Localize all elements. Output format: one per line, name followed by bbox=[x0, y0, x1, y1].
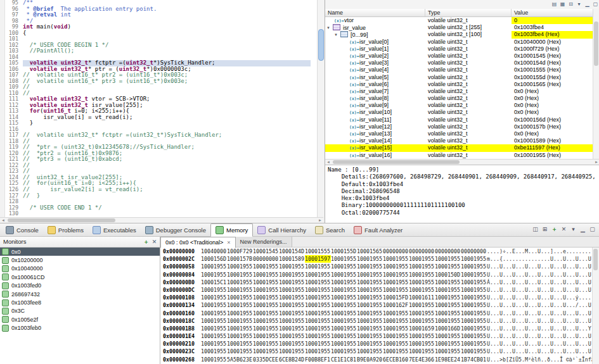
memory-cell[interactable]: 10001955 bbox=[357, 340, 383, 348]
memory-cell[interactable]: 10001955 bbox=[331, 301, 357, 309]
memory-cell[interactable]: 10001955 bbox=[201, 294, 227, 301]
monitor-item[interactable]: 0x10200000 bbox=[0, 256, 160, 264]
variable-row[interactable]: (x)=isr_value[3]volatile uint32_t0x10001… bbox=[325, 60, 593, 66]
tab-debugger-console[interactable]: Debugger Console bbox=[141, 223, 210, 237]
memory-cell[interactable]: 10001955 bbox=[383, 325, 409, 332]
memory-cell[interactable]: 10001955 bbox=[461, 332, 487, 340]
memory-cell[interactable]: 10001955 bbox=[435, 279, 461, 286]
memory-cell[interactable]: 10001955 bbox=[383, 348, 409, 355]
monitor-item[interactable]: 0x10040000 bbox=[0, 265, 160, 273]
memory-cell[interactable]: 10001955 bbox=[409, 310, 435, 317]
memory-cell[interactable]: 10001955 bbox=[253, 301, 279, 309]
maximize-icon[interactable]: ▢ bbox=[591, 1, 599, 7]
memory-cell[interactable]: 10001955 bbox=[201, 310, 227, 317]
memory-cell[interactable]: 10001955 bbox=[383, 340, 409, 348]
code-line[interactable]: /* USER CODE END 1 */ bbox=[23, 205, 311, 211]
memory-cell[interactable]: 10001955 bbox=[305, 286, 331, 294]
memory-cell[interactable]: 10001955 bbox=[383, 286, 409, 294]
memory-cell[interactable]: 10001955 bbox=[227, 348, 253, 355]
memory-cell[interactable]: 10001955 bbox=[383, 332, 409, 340]
memory-cell[interactable]: 10001955 bbox=[253, 271, 279, 279]
memory-cell[interactable]: 100015FD bbox=[383, 294, 409, 301]
layout-icon[interactable]: ⊞ bbox=[540, 226, 550, 232]
memory-cell[interactable]: 10001955 bbox=[279, 310, 305, 317]
memory-cell[interactable]: 10001955 bbox=[253, 294, 279, 301]
memory-cell[interactable]: 1B74CB01 bbox=[461, 356, 487, 363]
code-line[interactable]: // *ptr3 = (uint16_t)0xabcd; bbox=[23, 156, 311, 163]
remove-rendering-icon[interactable]: ✕ bbox=[559, 226, 569, 232]
variable-row[interactable]: (x)=isr_value[10]volatile uint32_t0x0 (H… bbox=[325, 109, 593, 116]
tree-expand-icon[interactable]: ▼ bbox=[334, 32, 340, 38]
memory-cell[interactable]: 10001955 bbox=[279, 340, 305, 348]
memory-cell[interactable]: 00000000 bbox=[253, 255, 279, 263]
memory-cell[interactable]: 10001955 bbox=[279, 332, 305, 340]
memory-vertical-scrollbar[interactable] bbox=[592, 248, 599, 364]
code-line[interactable]: // bbox=[23, 163, 311, 169]
memory-cell[interactable]: 10001955 bbox=[227, 271, 253, 279]
monitor-item[interactable]: 0x0 bbox=[0, 248, 160, 256]
code-line[interactable]: // volatile uint32_t* fctptr =(uint32_t*… bbox=[23, 132, 311, 139]
memory-cell[interactable]: 10001955 bbox=[331, 279, 357, 286]
memory-cell[interactable]: 6ECEB160 bbox=[383, 356, 409, 363]
memory-cell[interactable]: 10001955 bbox=[227, 279, 253, 286]
memory-cell[interactable]: 10001955 bbox=[305, 263, 331, 270]
variable-row[interactable]: (x)=isr_value[2]volatile uint32_t0x10001… bbox=[325, 53, 593, 60]
memory-cell[interactable]: 10001955 bbox=[383, 279, 409, 286]
variable-row[interactable]: (x)=isr_value[4]volatile uint32_t0x10001… bbox=[325, 66, 593, 73]
memory-cell[interactable]: 1000154D bbox=[279, 248, 305, 255]
variable-row[interactable]: (x)=isr_value[15]volatile uint32_t0xbe11… bbox=[325, 144, 593, 151]
memory-cell[interactable]: 10001955 bbox=[409, 271, 435, 279]
scrollbar-thumb[interactable] bbox=[318, 29, 324, 61]
tab-memory[interactable]: Memory bbox=[210, 223, 253, 237]
memory-cell[interactable]: 10001955 bbox=[253, 325, 279, 332]
variable-row[interactable]: (x)=isr_value[9]volatile uint32_t0x0 (He… bbox=[325, 102, 593, 109]
memory-cell[interactable]: 10001955 bbox=[435, 294, 461, 301]
memory-cell[interactable]: 10001955 bbox=[357, 271, 383, 279]
variable-row[interactable]: ▼[0...99]volatile uint32_t [100]0x1003fb… bbox=[325, 31, 593, 38]
variables-tree[interactable]: (x)=vtorvolatile uint32_t0▼isr_valuevola… bbox=[325, 17, 593, 159]
memory-cell[interactable]: 1000F729 bbox=[227, 248, 253, 255]
memory-cell[interactable]: 10001955 bbox=[253, 263, 279, 270]
memory-cell[interactable]: 10001955 bbox=[357, 317, 383, 325]
show-type-names-icon[interactable]: ▤ bbox=[550, 1, 558, 7]
memory-cell[interactable]: 10001955 bbox=[461, 317, 487, 325]
column-header-name[interactable]: Name bbox=[325, 9, 425, 16]
code-line[interactable]: // bbox=[23, 84, 311, 91]
variable-row[interactable]: (x)=isr_value[8]volatile uint32_t0x0 (He… bbox=[325, 95, 593, 102]
memory-cell[interactable]: 10001955 bbox=[409, 332, 435, 340]
tab-search[interactable]: Search bbox=[311, 223, 349, 237]
memory-cell[interactable]: 10001955 bbox=[409, 286, 435, 294]
scroll-left-icon[interactable]: ◄ bbox=[326, 160, 330, 165]
monitor-item[interactable]: 0x1005e2f bbox=[0, 315, 160, 323]
memory-cell[interactable]: 10001955 bbox=[331, 286, 357, 294]
memory-cell[interactable]: 10001955 bbox=[461, 348, 487, 355]
variable-row[interactable]: (x)=vtorvolatile uint32_t0 bbox=[325, 17, 593, 24]
view-menu-icon[interactable]: ▾ bbox=[575, 1, 583, 7]
memory-cell[interactable]: 10001955 bbox=[357, 286, 383, 294]
memory-cell[interactable]: 10001955 bbox=[305, 317, 331, 325]
variable-row[interactable]: ▼isr_valuevolatile uint32_t [255]0x1003f… bbox=[325, 24, 593, 31]
monitors-list[interactable]: 0x00x102000000x100400000x100061CD0x1003f… bbox=[0, 248, 160, 332]
memory-cell[interactable]: 10001955 bbox=[253, 340, 279, 348]
memory-cell[interactable]: 10001955 bbox=[461, 279, 487, 286]
memory-cell[interactable]: 10001955 bbox=[357, 301, 383, 309]
code-line[interactable]: { bbox=[23, 30, 311, 37]
memory-cell[interactable]: 100015C1 bbox=[201, 279, 227, 286]
view-menu-icon[interactable]: ▾ bbox=[569, 226, 578, 232]
tab-call-hierarchy[interactable]: Call Hierarchy bbox=[253, 223, 311, 237]
memory-cell[interactable]: 10001955 bbox=[227, 286, 253, 294]
code-line[interactable]: //PaintAll(); bbox=[23, 48, 311, 54]
editor-gutter[interactable]: 9596979899100101102103104105106107108109… bbox=[5, 0, 20, 217]
variable-row[interactable]: (x)=isr_value[0]volatile uint32_t0x10040… bbox=[325, 39, 593, 46]
memory-cell[interactable]: 10001955 bbox=[357, 310, 383, 317]
maximize-icon[interactable]: ▢ bbox=[588, 226, 597, 232]
memory-cell[interactable]: 10001955 bbox=[435, 332, 461, 340]
memory-cell[interactable]: F00B8EF1 bbox=[305, 356, 331, 363]
memory-cell[interactable]: 10001955 bbox=[253, 348, 279, 355]
code-line[interactable]: * @retval int bbox=[23, 12, 311, 18]
memory-cell[interactable]: 10001955 bbox=[305, 325, 331, 332]
memory-cell[interactable]: 10001955 bbox=[331, 310, 357, 317]
memory-cell[interactable]: 10001955 bbox=[331, 348, 357, 355]
remove-monitor-icon[interactable]: ✕ bbox=[150, 237, 158, 247]
monitor-item[interactable]: 0x1003fed0 bbox=[0, 282, 160, 290]
